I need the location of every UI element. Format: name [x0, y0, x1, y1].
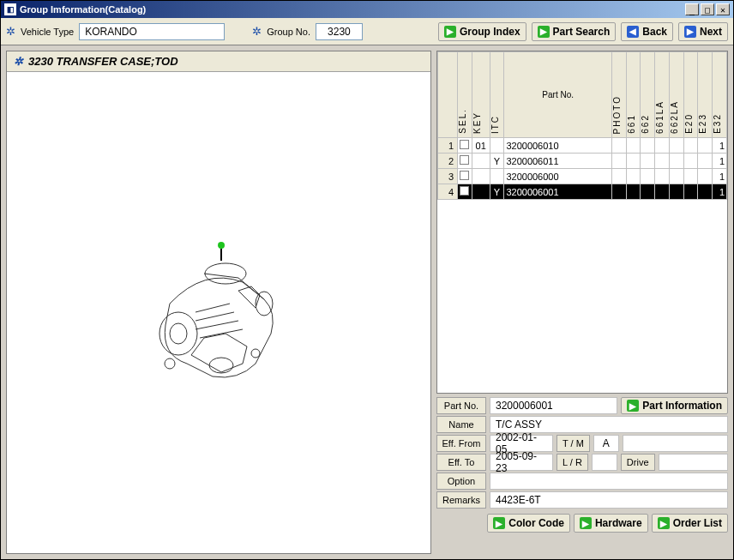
lr-label: L / R: [557, 454, 588, 471]
play-icon: ▶: [538, 26, 550, 38]
group-no-input[interactable]: 3230: [316, 23, 363, 40]
tm-extra[interactable]: [623, 435, 728, 452]
back-button[interactable]: ◀ Back: [621, 22, 673, 41]
arrow-left-icon: ◀: [627, 26, 639, 38]
checkbox-icon[interactable]: [460, 140, 469, 149]
minimize-button[interactable]: _: [685, 3, 699, 15]
name-value[interactable]: T/C ASSY: [490, 416, 728, 433]
window-title: Group Imformation(Catalog): [20, 4, 146, 15]
parts-table[interactable]: SEL. KEY ITC Part No. PHOTO 661 662 661L…: [437, 51, 727, 200]
checkbox-icon[interactable]: [460, 155, 469, 165]
diagram-title: 3230 TRANSFER CASE;TOD: [28, 55, 178, 68]
play-icon: ▶: [493, 517, 505, 529]
svg-point-1: [170, 323, 187, 344]
gear-icon: ✲: [6, 25, 15, 38]
drive-label: Drive: [621, 454, 655, 471]
callout-dot[interactable]: [218, 242, 225, 249]
partno-cell: 3200006010: [504, 138, 612, 154]
maximize-button[interactable]: □: [701, 3, 714, 15]
itc-cell: Y: [490, 184, 504, 200]
svg-point-6: [251, 349, 260, 358]
vehicle-type-label: Vehicle Type: [21, 27, 74, 37]
color-code-button[interactable]: ▶ Color Code: [487, 514, 570, 533]
svg-point-2: [205, 263, 246, 284]
app-icon: ◧: [4, 3, 16, 15]
arrow-right-icon: ▶: [684, 26, 696, 38]
svg-point-4: [209, 358, 233, 373]
hardware-button[interactable]: ▶ Hardware: [574, 514, 648, 533]
bottom-buttons: ▶ Color Code ▶ Hardware ▶ Order List: [436, 512, 728, 533]
table-empty-area[interactable]: [437, 200, 727, 393]
key-cell: [472, 154, 490, 169]
play-icon: ▶: [444, 26, 456, 38]
gear-icon: ✲: [252, 25, 262, 38]
table-row[interactable]: 332000060001: [438, 169, 727, 184]
main: ✲ 3230 TRANSFER CASE;TOD: [1, 45, 733, 559]
itc-cell: Y: [490, 154, 504, 169]
sel-cell[interactable]: [458, 154, 472, 169]
svg-point-5: [165, 358, 175, 369]
remarks-label: Remarks: [436, 491, 486, 509]
last-cell: 1: [713, 169, 727, 184]
group-no-label: Group No.: [267, 27, 310, 37]
drive-value[interactable]: [659, 454, 729, 471]
gear-icon: ✲: [14, 55, 23, 68]
option-value[interactable]: [490, 473, 728, 490]
eff-to-value[interactable]: 2005-09-23: [490, 454, 553, 471]
table-row[interactable]: 4Y32000060011: [438, 184, 727, 200]
partno-cell: 3200006001: [504, 184, 612, 200]
play-icon: ▶: [580, 517, 592, 529]
sel-cell[interactable]: [458, 169, 472, 184]
name-label: Name: [436, 416, 486, 433]
row-number: 1: [438, 138, 458, 154]
partno-cell: 3200006000: [504, 169, 612, 184]
sel-cell[interactable]: [458, 138, 472, 154]
sel-cell[interactable]: [458, 184, 472, 200]
part-information-button[interactable]: ▶ Part Information: [621, 397, 728, 414]
vehicle-type-input[interactable]: KORANDO: [79, 23, 225, 40]
part-no-value[interactable]: 3200006001: [490, 397, 617, 414]
partno-cell: 3200006011: [504, 154, 612, 169]
table-row[interactable]: 10132000060101: [438, 138, 727, 154]
eff-from-value[interactable]: 2002-01-05: [490, 435, 553, 452]
diagram-body[interactable]: [7, 72, 430, 553]
play-icon: ▶: [658, 517, 670, 529]
table-row[interactable]: 2Y32000060111: [438, 154, 727, 169]
checkbox-icon[interactable]: [460, 186, 469, 196]
right-panel: SEL. KEY ITC Part No. PHOTO 661 662 661L…: [436, 51, 728, 554]
svg-point-3: [256, 292, 273, 316]
last-cell: 1: [713, 138, 727, 154]
close-button[interactable]: ✕: [716, 3, 730, 15]
key-cell: 01: [472, 138, 490, 154]
itc-cell: [490, 169, 504, 184]
row-number: 2: [438, 154, 458, 169]
row-number: 3: [438, 169, 458, 184]
lr-value[interactable]: [592, 454, 617, 471]
remarks-value[interactable]: 4423E-6T: [490, 491, 728, 509]
part-search-button[interactable]: ▶ Part Search: [532, 22, 617, 41]
itc-cell: [490, 138, 504, 154]
last-cell: 1: [713, 154, 727, 169]
tm-label: T / M: [557, 435, 590, 452]
order-list-button[interactable]: ▶ Order List: [652, 514, 728, 533]
last-cell: 1: [713, 184, 727, 200]
next-button[interactable]: ▶ Next: [678, 22, 728, 41]
diagram-header: ✲ 3230 TRANSFER CASE;TOD: [7, 51, 430, 72]
row-number: 4: [438, 184, 458, 200]
part-no-label: Part No.: [436, 397, 486, 414]
option-label: Option: [436, 473, 486, 490]
tm-value[interactable]: A: [593, 435, 619, 452]
group-index-button[interactable]: ▶ Group Index: [438, 22, 526, 41]
titlebar[interactable]: ◧ Group Imformation(Catalog) _ □ ✕: [1, 1, 733, 18]
eff-from-label: Eff. From: [436, 435, 486, 452]
parts-table-wrap: SEL. KEY ITC Part No. PHOTO 661 662 661L…: [436, 51, 728, 394]
diagram-panel: ✲ 3230 TRANSFER CASE;TOD: [6, 51, 431, 554]
key-cell: [472, 184, 490, 200]
part-illustration: [144, 252, 290, 389]
eff-to-label: Eff. To: [436, 454, 486, 471]
play-icon: ▶: [627, 400, 639, 412]
table-header-row: SEL. KEY ITC Part No. PHOTO 661 662 661L…: [438, 52, 727, 138]
checkbox-icon[interactable]: [460, 171, 469, 180]
toolbar: ✲ Vehicle Type KORANDO ✲ Group No. 3230 …: [1, 18, 733, 45]
key-cell: [472, 169, 490, 184]
